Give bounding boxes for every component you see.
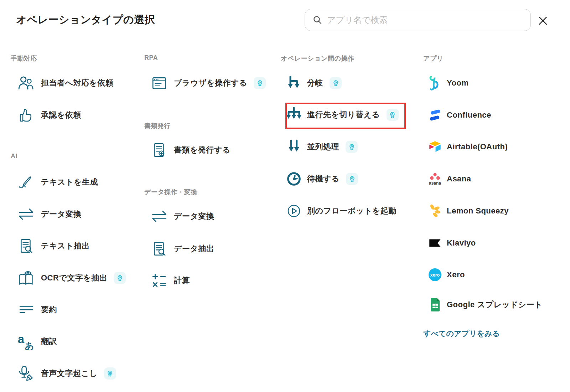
parallel-arrows-icon: [281, 139, 307, 155]
operation-issue-document[interactable]: 書類を発行する: [144, 134, 276, 166]
section-documents: 書類発行: [144, 122, 171, 130]
operation-switch-path[interactable]: 進行先を切り替える: [281, 99, 416, 131]
operation-request-staff[interactable]: 担当者へ対応を依頼: [11, 67, 142, 99]
asana-wordmark: asana: [429, 181, 441, 186]
operation-extract-text[interactable]: テキスト抽出: [11, 230, 142, 262]
microphone-pencil-icon: [11, 365, 41, 382]
operation-convert-data[interactable]: データ変換: [144, 200, 276, 232]
svg-text:あ: あ: [25, 341, 34, 350]
operation-ai-convert-data[interactable]: データ変換: [11, 198, 142, 230]
confluence-logo-icon: [423, 108, 447, 123]
section-data-ops: データ操作・変換: [144, 188, 197, 196]
browser-icon: [144, 75, 174, 91]
calculator-icon: [144, 272, 174, 289]
section-rpa: RPA: [144, 54, 158, 62]
users-icon: [11, 74, 41, 92]
operation-transcribe[interactable]: 音声文字起こし: [11, 357, 142, 390]
app-confluence[interactable]: Confluence: [423, 99, 566, 131]
section-apps: アプリ: [423, 54, 444, 63]
translate-icon: a あ: [11, 333, 41, 350]
operation-branch[interactable]: 分岐: [281, 67, 416, 99]
certified-badge: [104, 367, 116, 380]
app-airtable[interactable]: Airtable(OAuth): [423, 131, 566, 163]
lemon-squeezy-logo-icon: [423, 203, 447, 218]
search-input[interactable]: [326, 9, 530, 31]
page-title: オペレーションタイプの選択: [16, 13, 155, 27]
svg-text:a: a: [18, 333, 25, 346]
search-icon: [313, 15, 322, 25]
klaviyo-logo-icon: [423, 236, 447, 251]
asana-logo-icon: asana: [423, 171, 447, 187]
operation-operate-browser[interactable]: ブラウザを操作する: [144, 67, 276, 99]
pen-icon: [11, 174, 41, 190]
certified-badge: [330, 77, 342, 89]
operation-type-modal: オペレーションタイプの選択 手動対応 担当者へ対応を依頼: [0, 0, 570, 392]
app-lemon-squeezy[interactable]: Lemon Squeezy: [423, 195, 566, 227]
operation-generate-text[interactable]: テキストを生成: [11, 166, 142, 198]
certified-badge: [346, 173, 358, 185]
swap-arrows-icon: [11, 206, 41, 223]
yoom-logo-icon: [423, 74, 447, 92]
operation-translate[interactable]: a あ 翻訳: [11, 325, 142, 357]
thumbs-up-icon: [11, 107, 41, 123]
app-yoom[interactable]: Yoom: [423, 67, 566, 99]
document-plus-icon: [144, 142, 174, 158]
certified-badge: [114, 272, 126, 284]
operation-extract-data[interactable]: データ抽出: [144, 233, 276, 265]
certified-badge: [254, 77, 266, 89]
certified-badge: [346, 141, 358, 153]
document-search-icon: [11, 238, 41, 254]
branch-icon: [281, 75, 307, 91]
operation-launch-flowbot[interactable]: 別のフローボットを起動: [281, 195, 416, 227]
swap-arrows-icon: [144, 208, 174, 225]
app-asana[interactable]: asana Asana: [423, 163, 566, 195]
document-search-icon: [144, 241, 174, 257]
operation-ocr[interactable]: OCRで文字を抽出: [11, 262, 142, 294]
section-ai: AI: [11, 153, 17, 160]
app-xero[interactable]: xero Xero: [423, 259, 566, 291]
close-button[interactable]: [536, 14, 550, 28]
airtable-logo-icon: [423, 139, 447, 154]
operation-calculate[interactable]: 計算: [144, 264, 276, 296]
xero-logo-icon: xero: [423, 267, 447, 283]
app-google-sheets[interactable]: Google スプレッドシート: [423, 289, 566, 321]
summary-lines-icon: [11, 301, 41, 318]
operation-wait[interactable]: 待機する: [281, 163, 416, 195]
certified-badge: [387, 109, 399, 121]
xero-wordmark: xero: [430, 273, 440, 278]
operation-parallel[interactable]: 並列処理: [281, 131, 416, 163]
close-icon: [538, 15, 548, 26]
clock-icon: [281, 171, 307, 187]
section-flow-control: オペレーション間の操作: [281, 54, 354, 63]
google-sheets-logo-icon: [423, 297, 447, 313]
view-all-apps-link[interactable]: すべてのアプリをみる: [423, 329, 500, 339]
app-search-box[interactable]: [305, 9, 531, 31]
section-manual: 手動対応: [11, 54, 37, 63]
switch-branches-icon: [281, 107, 307, 123]
book-eye-icon: [11, 269, 41, 287]
operation-request-approval[interactable]: 承認を依頼: [11, 99, 142, 131]
operation-summarize[interactable]: 要約: [11, 294, 142, 326]
app-klaviyo[interactable]: Klaviyo: [423, 227, 566, 259]
play-circle-icon: [281, 203, 307, 219]
